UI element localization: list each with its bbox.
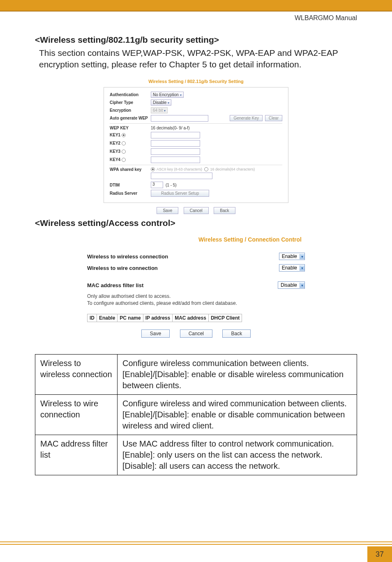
wpa-ascii-radio[interactable]: [151, 167, 155, 171]
generate-key-button[interactable]: Generate Key: [230, 115, 263, 121]
mac-select[interactable]: Disable▾: [278, 281, 305, 289]
def-left-0: Wireless to wireless connection: [35, 354, 118, 394]
sec-save-button[interactable]: Save: [157, 207, 178, 214]
w2wire-label: Wireless to wire connection: [87, 265, 158, 271]
page-number: 37: [367, 546, 392, 562]
key4-label: KEY4: [110, 157, 120, 162]
manual-title: WLBARGMO Manual: [295, 14, 357, 22]
wpa-hex-label: 16 decimals(64 characters): [210, 167, 255, 171]
def-left-1: Wireless to wire connection: [35, 394, 118, 435]
cipher-label: Cipher Type: [110, 100, 151, 105]
conn-save-button[interactable]: Save: [141, 329, 170, 338]
w2w-label: Wireless to wireless connection: [87, 253, 168, 260]
top-band: [0, 0, 392, 12]
dtim-label: DTIM: [110, 183, 151, 187]
conn-note2: To configure authorised clients, please …: [87, 300, 305, 306]
chevron-down-icon: ▾: [300, 265, 304, 271]
key2-input[interactable]: [151, 140, 200, 147]
wpa-hex-radio[interactable]: [204, 167, 208, 171]
sec-box-title: Wireless Setting / 802.11g/b Security Se…: [104, 79, 288, 84]
key3-label: KEY3: [110, 149, 120, 154]
enc-select: 64 bit: [151, 107, 168, 113]
th-dhcp: DHCP Client: [208, 314, 242, 322]
chevron-down-icon: ▾: [300, 254, 304, 259]
conn-cancel-button[interactable]: Cancel: [180, 329, 212, 338]
section-2-title: <Wireless setting/Access control>: [35, 218, 357, 228]
key3-radio[interactable]: [122, 150, 126, 154]
clear-button[interactable]: Clear: [265, 115, 282, 121]
conn-title: Wireless Setting / Connection Control: [87, 236, 305, 243]
wep-label: WEP KEY: [110, 126, 151, 130]
wpa-input[interactable]: [151, 173, 212, 179]
enc-label: Encryption: [110, 108, 151, 113]
cipher-select[interactable]: Disable: [151, 99, 171, 106]
sec-cancel-button[interactable]: Cancel: [184, 207, 209, 214]
radius-label: Radius Server: [110, 191, 151, 196]
key3-input[interactable]: [151, 148, 200, 155]
mac-label: MAC address filter list: [87, 282, 143, 288]
key1-input[interactable]: [151, 132, 200, 138]
def-right-1: Configure wireless and wired communicati…: [118, 394, 357, 435]
section-1-title: <Wireless setting/802.11g/b security set…: [35, 35, 357, 45]
sec-back-button[interactable]: Back: [214, 207, 235, 214]
security-screenshot: Wireless Setting / 802.11g/b Security Se…: [104, 79, 288, 214]
definitions-table: Wireless to wireless connection Configur…: [35, 354, 357, 475]
autogen-label: Auto generate WEP: [110, 116, 151, 120]
th-pcname: PC name: [118, 314, 143, 322]
table-row: Wireless to wire connection Configure wi…: [35, 394, 357, 435]
autogen-input[interactable]: [151, 115, 208, 122]
table-row: Wireless to wireless connection Configur…: [35, 354, 357, 394]
wep-hint: 16 decimals(0- 9/ a-f): [151, 126, 189, 130]
th-enable: Enable: [97, 314, 118, 322]
auth-select[interactable]: No Encryption: [151, 92, 184, 98]
wpa-label: WPA shared key: [110, 167, 151, 172]
w2wire-select[interactable]: Enable▾: [279, 264, 305, 272]
key4-radio[interactable]: [122, 158, 126, 162]
dtim-range: (1 - 5): [166, 183, 177, 187]
key2-radio[interactable]: [122, 141, 126, 145]
footer: 37: [0, 541, 392, 562]
dtim-input[interactable]: 3: [151, 182, 163, 188]
chevron-down-icon: ▾: [300, 283, 304, 288]
th-ip: IP address: [143, 314, 172, 322]
key4-input[interactable]: [151, 157, 200, 163]
mac-filter-table: ID Enable PC name IP address MAC address…: [87, 314, 242, 322]
th-id: ID: [88, 314, 97, 322]
conn-back-button[interactable]: Back: [222, 329, 251, 338]
section-1-text: This section contains WEP,WAP-PSK, WPA2-…: [39, 47, 357, 71]
conn-note1: Only allow authorised client to access.: [87, 293, 305, 299]
key2-label: KEY2: [110, 141, 120, 145]
auth-label: Authentication: [110, 92, 151, 97]
th-mac: MAC address: [173, 314, 209, 322]
w2w-select[interactable]: Enable▾: [279, 253, 305, 260]
radius-setup-button[interactable]: Radius Server Setup: [151, 190, 209, 197]
def-left-2: MAC address filter list: [35, 435, 118, 475]
key1-label: KEY1: [110, 133, 120, 137]
wpa-ascii-label: ASCII key (8-63 characters): [157, 167, 202, 171]
def-right-2: Use MAC address filter to control networ…: [118, 435, 357, 475]
table-row: MAC address filter list Use MAC address …: [35, 435, 357, 475]
key1-radio[interactable]: [122, 133, 126, 137]
def-right-0: Configure wireless communication between…: [118, 354, 357, 394]
conn-screenshot: Wireless Setting / Connection Control Wi…: [87, 236, 305, 337]
